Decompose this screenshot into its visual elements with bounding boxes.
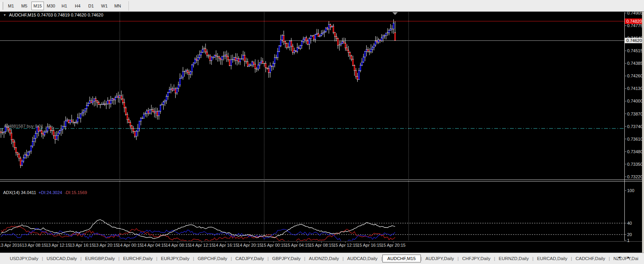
chart-tab-CADCHF-Daily[interactable]: CADCHF,Daily xyxy=(572,255,608,262)
time-axis-label: 14 Apr 00:15 xyxy=(118,243,142,248)
chart-tab-GBPCHF-Daily[interactable]: GBPCHF,Daily xyxy=(194,255,231,262)
time-axis-label: 14 Apr 08:15 xyxy=(166,243,190,248)
chart-tab-EURCHF-Daily[interactable]: EURCHF,Daily xyxy=(120,255,156,262)
window-right-border xyxy=(642,12,644,253)
chart-tab-EURCAD-Daily[interactable]: EURCAD,Daily xyxy=(533,255,571,262)
chart-title-text: AUDCHF,M15 0.74703 0.74819 0.74620 0.746… xyxy=(9,13,103,17)
time-axis-label: 13 Apr 12:15 xyxy=(46,243,70,248)
price-axis-label: 0.73740 xyxy=(627,124,643,129)
chart-tab-GBPJPY-Daily[interactable]: GBPJPY,Daily xyxy=(269,255,304,262)
timeframe-button-MN[interactable]: MN xyxy=(111,2,124,10)
chart-tab-EURNZD-Daily[interactable]: EURNZD,Daily xyxy=(495,255,532,262)
tab-scroll-right-button[interactable]: ► xyxy=(626,255,631,259)
time-axis-label: 13 Apr 20:15 xyxy=(94,243,118,248)
time-axis-label: 15 Apr 04:15 xyxy=(285,243,309,248)
chart-tab-EURJPY-Daily[interactable]: EURJPY,Daily xyxy=(157,255,193,262)
timeframe-toolbar: M1M5M15M30H1H4D1W1MN xyxy=(0,0,644,12)
indicator-axis-label: 40 xyxy=(627,221,632,226)
chart-tab-EURGBP-Daily[interactable]: EURGBP,Daily xyxy=(82,255,118,262)
pane-splitter[interactable] xyxy=(0,180,644,180)
time-axis-label: 15 Apr 08:15 xyxy=(309,243,333,248)
chart-tab-AUDNZD-Daily[interactable]: AUDNZD,Daily xyxy=(306,255,343,262)
price-axis-label: 0.74260 xyxy=(627,73,643,78)
timeframe-button-M30[interactable]: M30 xyxy=(45,2,57,10)
chart-tab-AUDCAD-Daily[interactable]: AUDCAD,Daily xyxy=(344,255,381,262)
time-axis-label: 14 Apr 12:15 xyxy=(189,243,214,248)
time-axis-label: 15 Apr 20:15 xyxy=(381,243,406,248)
price-axis-label: 0.73480 xyxy=(627,149,643,154)
price-axis-label: 0.73220 xyxy=(627,174,643,179)
price-axis-label: 0.73610 xyxy=(627,137,643,141)
time-axis-label: 15 Apr 00:15 xyxy=(261,243,286,248)
chart-tab-AUDCHF-M15[interactable]: AUDCHF,M15 xyxy=(382,255,421,262)
timeframe-button-H1[interactable]: H1 xyxy=(58,2,71,10)
timeframe-button-M15[interactable]: M15 xyxy=(31,2,44,10)
bid-price-badge: 0.74620 xyxy=(625,38,643,43)
open-order-label: #64881587 buy 0.01 xyxy=(4,124,43,128)
price-axis-label: 0.74130 xyxy=(627,86,643,91)
current-bar-marker-icon xyxy=(392,12,398,15)
time-axis-label: 14 Apr 04:15 xyxy=(142,243,166,248)
timeframe-button-D1[interactable]: D1 xyxy=(85,2,97,10)
timeframe-button-H4[interactable]: H4 xyxy=(71,2,84,10)
chart-tab-USDCAD-Daily[interactable]: USDCAD,Daily xyxy=(43,255,80,262)
chevron-down-icon: ▼ xyxy=(3,13,6,17)
chart-tab-AUDJPY-Daily[interactable]: AUDJPY,Daily xyxy=(422,255,458,262)
time-axis-label: 13 Apr 16:15 xyxy=(70,243,94,248)
price-axis-label: 0.73870 xyxy=(627,112,643,116)
time-axis-border xyxy=(0,241,642,242)
timeframe-button-M5[interactable]: M5 xyxy=(18,2,31,10)
price-axis-label: 0.73350 xyxy=(627,162,643,167)
pane-splitter-lower xyxy=(0,181,644,182)
indicator-axis-label: 100 xyxy=(627,188,634,193)
price-axis-label: 0.74385 xyxy=(627,61,643,66)
time-axis-label: 15 Apr 12:15 xyxy=(333,243,357,248)
chart-tab-bar: USDJPY,Daily|USDCAD,Daily|EURGBP,Daily|E… xyxy=(0,253,644,264)
time-axis-label: 13 Apr 08:15 xyxy=(22,243,46,248)
time-axis-label: 13 Apr 2016 xyxy=(0,243,22,248)
chart-tab-USDJPY-Daily[interactable]: USDJPY,Daily xyxy=(6,255,42,262)
time-axis-label: 14 Apr 16:15 xyxy=(213,243,238,248)
price-axis-label: 0.74515 xyxy=(627,48,643,53)
indicator-label: ADX(14) 34.0411+DI:24.3024-DI:15.1569 xyxy=(3,190,87,195)
ask-price-badge: 0.74820 xyxy=(625,18,643,24)
timeframe-button-W1[interactable]: W1 xyxy=(98,2,111,10)
minus-di-value: -DI:15.1569 xyxy=(64,190,87,195)
chart-title: ▼AUDCHF,M15 0.74703 0.74819 0.74620 0.74… xyxy=(3,13,103,17)
adx-value: ADX(14) 34.0411 xyxy=(3,190,36,195)
chart-tab-CHFJPY-Daily[interactable]: CHFJPY,Daily xyxy=(458,255,494,262)
toolbar-separator xyxy=(129,1,129,11)
price-axis-label: 0.74000 xyxy=(627,99,643,103)
mt4-chart-window: M1M5M15M30H1H4D1W1MN ▼AUDCHF,M15 0.74703… xyxy=(0,0,644,264)
timeframe-button-M1[interactable]: M1 xyxy=(5,2,17,10)
indicator-axis-label: 1 xyxy=(627,238,629,243)
chart-canvas[interactable] xyxy=(0,0,644,264)
plus-di-value: +DI:24.3024 xyxy=(38,190,62,195)
chart-tab-CADJPY-Daily[interactable]: CADJPY,Daily xyxy=(232,255,267,262)
tab-scroll-left-button[interactable]: ◄ xyxy=(617,255,622,259)
indicator-axis-label: 20 xyxy=(627,232,632,237)
toolbar-grip-handle[interactable] xyxy=(1,2,3,10)
time-axis-label: 14 Apr 20:15 xyxy=(237,243,262,248)
time-axis-label: 15 Apr 16:15 xyxy=(357,243,382,248)
